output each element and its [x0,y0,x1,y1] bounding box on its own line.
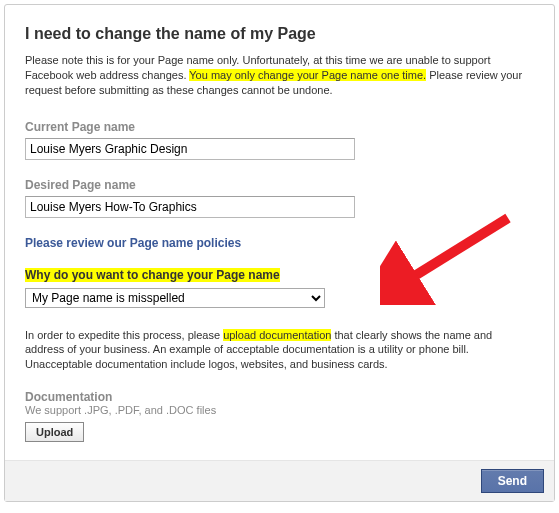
intro-highlight: You may only change your Page name one t… [189,69,426,81]
documentation-explain: In order to expedite this process, pleas… [25,328,534,373]
documentation-block: Documentation We support .JPG, .PDF, and… [25,390,534,442]
desired-name-input[interactable] [25,196,355,218]
policies-link[interactable]: Please review our Page name policies [25,236,241,250]
documentation-label: Documentation [25,390,534,404]
desired-name-block: Desired Page name [25,178,534,218]
page-name-change-panel: I need to change the name of my Page Ple… [4,4,555,502]
page-title: I need to change the name of my Page [25,25,534,43]
current-name-label: Current Page name [25,120,534,134]
panel-body: I need to change the name of my Page Ple… [5,5,554,460]
explain-highlight: upload documentation [223,329,331,341]
reason-select[interactable]: My Page name is misspelled [25,288,325,308]
why-label: Why do you want to change your Page name [25,268,280,282]
desired-name-label: Desired Page name [25,178,534,192]
why-block: Why do you want to change your Page name… [25,268,534,314]
explain-before: In order to expedite this process, pleas… [25,329,223,341]
current-name-block: Current Page name [25,120,534,160]
panel-footer: Send [5,460,554,501]
documentation-support: We support .JPG, .PDF, and .DOC files [25,404,534,416]
intro-text: Please note this is for your Page name o… [25,53,534,98]
send-button[interactable]: Send [481,469,544,493]
current-name-input[interactable] [25,138,355,160]
upload-button[interactable]: Upload [25,422,84,442]
annotation-arrow-icon [380,210,520,305]
svg-line-1 [400,218,508,285]
